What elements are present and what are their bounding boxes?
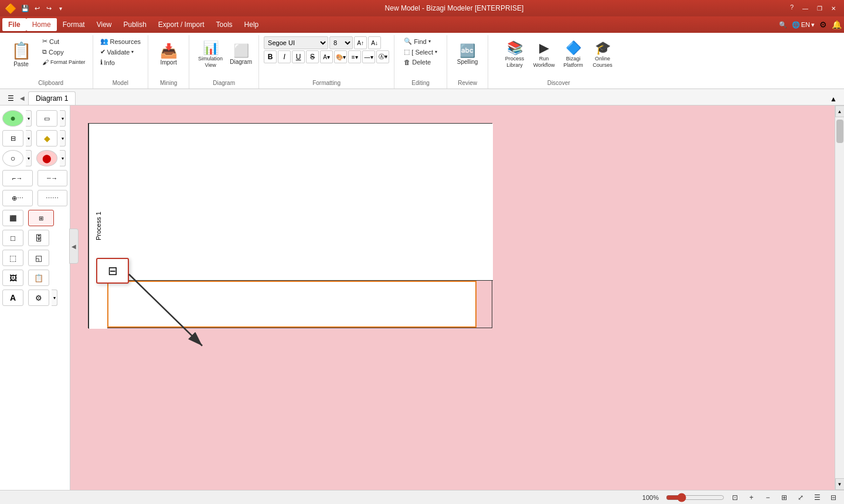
menu-view[interactable]: View [91, 18, 118, 31]
fill-color-button[interactable]: 🎨▾ [334, 50, 347, 63]
search-toolbar[interactable]: 🔍 [779, 21, 787, 29]
import-button[interactable]: 📥 Import [155, 36, 183, 71]
view-page-button[interactable]: ☰ [811, 492, 823, 503]
italic-button[interactable]: I [278, 50, 291, 63]
close-button[interactable]: ✕ [828, 4, 839, 13]
task-dropdown[interactable]: ▾ [60, 110, 66, 127]
subprocess-tool[interactable]: ⊟ [2, 130, 23, 147]
underline-button[interactable]: U [292, 50, 305, 63]
lane-1[interactable] [107, 124, 493, 281]
menu-file[interactable]: File [2, 18, 26, 31]
diagram-button[interactable]: ⬜ Diagram [228, 36, 254, 71]
gateway-dropdown[interactable]: ▾ [60, 130, 66, 147]
resources-button[interactable]: 👥 Resources [98, 36, 144, 46]
run-workflow-button[interactable]: ▶ RunWorkflow [530, 36, 558, 71]
end-event-dropdown[interactable]: ▾ [60, 150, 66, 166]
association-tool[interactable]: ⊕⋯ [2, 190, 33, 206]
zoom-fit-button[interactable]: ⊡ [729, 492, 741, 503]
restore-button[interactable]: ❐ [814, 4, 825, 13]
paste-button[interactable]: 📋 Paste [5, 36, 38, 71]
scroll-down-button[interactable]: ▼ [835, 478, 845, 490]
start-event-dropdown[interactable]: ▾ [26, 110, 32, 127]
increase-font-button[interactable]: A↑ [354, 36, 367, 49]
menu-publish[interactable]: Publish [118, 18, 152, 31]
bold-button[interactable]: B [264, 50, 277, 63]
pool-tool[interactable]: ⬛ [2, 210, 23, 226]
intermediate-event-tool[interactable]: ○ [2, 150, 23, 166]
info-button[interactable]: ℹ Info [98, 57, 144, 67]
document-tool[interactable]: □ [2, 230, 23, 246]
tab-collapse-button[interactable]: ▲ [828, 93, 839, 105]
menu-format[interactable]: Format [57, 18, 91, 31]
lang-selector[interactable]: 🌐 EN ▾ [792, 21, 815, 29]
subprocess-dropdown[interactable]: ▾ [26, 130, 32, 147]
validate-button[interactable]: ✔ Validate ▾ [98, 47, 144, 57]
tab-diagram1[interactable]: Diagram 1 [28, 91, 76, 105]
menu-home[interactable]: Home [26, 18, 57, 31]
canvas-area[interactable]: Process 1 ⊟ [70, 105, 835, 490]
select-button[interactable]: ⬚ [ Select ▾ [401, 47, 440, 57]
custom-shape-tool[interactable]: ⚙ [28, 290, 49, 306]
zoom-in-button[interactable]: + [746, 492, 757, 503]
font-color-button[interactable]: A▾ [320, 50, 333, 63]
minimize-button[interactable]: — [799, 4, 811, 13]
spelling-button[interactable]: 🔤 Spelling [454, 36, 482, 71]
text-color-button[interactable]: Ⓐ▾ [376, 50, 389, 63]
intermediate-event-dropdown[interactable]: ▾ [26, 150, 32, 166]
pool[interactable]: Process 1 [88, 123, 492, 328]
task-tool[interactable]: ▭ [36, 110, 57, 127]
line-style-button[interactable]: —▾ [362, 50, 375, 63]
quick-access-customize[interactable]: ▾ [55, 3, 66, 13]
database-tool[interactable]: 🗄 [28, 230, 49, 246]
online-courses-button[interactable]: 🎓 OnlineCourses [588, 36, 617, 71]
menu-export-import[interactable]: Export / Import [152, 18, 210, 31]
end-event-tool[interactable]: ⬤ [36, 150, 57, 166]
notify-icon[interactable]: 🔔 [832, 20, 842, 29]
group-tool[interactable]: ⬚ [2, 250, 23, 266]
zoom-out-button[interactable]: − [762, 492, 774, 503]
process-library-button[interactable]: 📚 ProcessLibrary [501, 36, 529, 71]
text-tool[interactable]: A [2, 290, 23, 306]
font-size-select[interactable]: 8 9 10 11 12 [329, 36, 353, 49]
menu-help[interactable]: Help [239, 18, 265, 31]
data-object-tool[interactable]: ⋯⋯ [38, 190, 68, 206]
gateway-tool[interactable]: ◆ [36, 130, 57, 147]
view-normal-button[interactable]: ⊞ [778, 492, 790, 503]
scroll-up-button[interactable]: ▲ [835, 105, 845, 117]
format-painter-button[interactable]: 🖌 Format Painter [40, 57, 88, 67]
message-flow-tool[interactable]: ┄→ [38, 170, 68, 186]
image-tool[interactable]: 🖼 [2, 270, 23, 286]
quick-access-save[interactable]: 💾 [20, 3, 30, 13]
quick-access-undo[interactable]: ↩ [32, 3, 42, 13]
view-thumbnail-button[interactable]: ⊟ [828, 492, 839, 503]
strikethrough-button[interactable]: S [306, 50, 319, 63]
note-tool[interactable]: ◱ [28, 250, 49, 266]
report-tool[interactable]: 📋 [28, 270, 49, 286]
sequence-flow-tool[interactable]: ⌐→ [2, 170, 33, 186]
canvas-scrollbar[interactable]: ▲ ▼ [835, 105, 844, 490]
settings-icon[interactable]: ⚙ [819, 20, 827, 29]
decrease-font-button[interactable]: A↓ [368, 36, 381, 49]
simulation-view-button[interactable]: 📊 SimulationView [194, 36, 227, 71]
delete-button[interactable]: 🗑 Delete [401, 57, 440, 67]
font-family-select[interactable]: Segoe UI Arial Times New Roman [264, 36, 328, 49]
subprocess-tooltip-box[interactable]: ⊟ [96, 258, 129, 284]
zoom-slider[interactable] [666, 493, 724, 502]
scroll-thumb[interactable] [836, 120, 843, 143]
lane-2-selected[interactable] [107, 281, 477, 328]
tab-menu-icon[interactable]: ☰ [5, 93, 16, 104]
copy-button[interactable]: ⧉ Copy [40, 47, 88, 57]
bizagi-platform-button[interactable]: 🔷 BizagiPlatform [559, 36, 587, 71]
custom-shape-dropdown[interactable]: ▾ [52, 290, 57, 306]
cut-button[interactable]: ✂ Cut [40, 36, 88, 46]
toolbox-collapse-button[interactable]: ◀ [69, 229, 79, 264]
help-icon[interactable]: ? [787, 4, 797, 13]
tab-back-button[interactable]: ◀ [16, 93, 28, 104]
align-button[interactable]: ≡▾ [348, 50, 361, 63]
quick-access-redo[interactable]: ↪ [43, 3, 54, 13]
find-button[interactable]: 🔍 Find ▾ [401, 36, 440, 46]
subprocess-expanded-tool[interactable]: ⊞ [28, 210, 54, 226]
menu-tools[interactable]: Tools [210, 18, 239, 31]
view-full-button[interactable]: ⤢ [795, 492, 806, 503]
start-event-tool[interactable]: ● [2, 110, 23, 127]
